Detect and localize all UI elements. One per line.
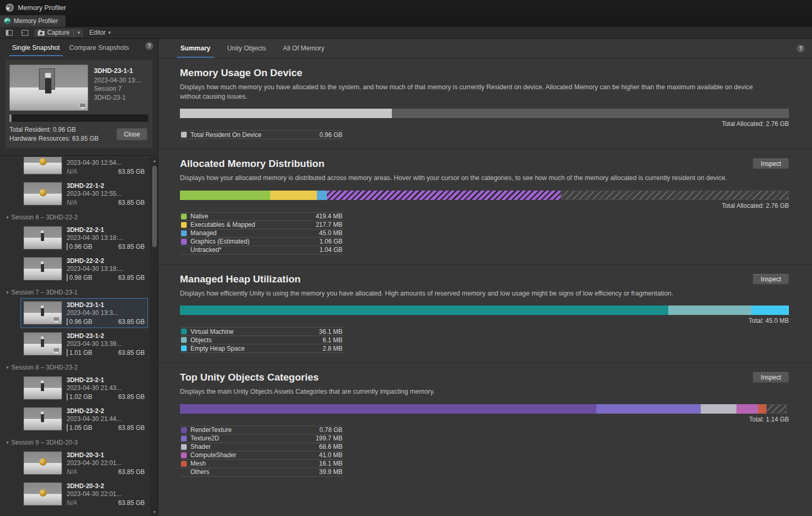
toolbar: Capture ▾ Editor ▾ xyxy=(0,27,812,39)
bar-segment-texture2d[interactable] xyxy=(596,404,701,414)
snapshots-sidebar: Single Snapshot Compare Snapshots ? 3DHD… xyxy=(0,39,158,516)
legend-label: Managed xyxy=(190,229,315,237)
memory-usage-legend: Total Resident On Device 0.96 GB xyxy=(180,130,344,139)
session-header-label: Session 7 – 3DHD-23-1 xyxy=(12,289,78,296)
bar-segment-graphics[interactable] xyxy=(327,191,561,200)
legend-value: 16.1 MB xyxy=(319,460,343,467)
snapshot-item[interactable]: 3DHD-22-2-1 2023-04-30 13:18:... 0.96 GB… xyxy=(20,223,148,253)
snapshot-item[interactable]: 3DHD-20-3-2 2023-04-30 22:01... N/A 63.8… xyxy=(20,479,148,509)
snapshot-date: 2023-04-30 13:3... xyxy=(67,309,145,317)
total-allocated-label: Total Allocated: 2.76 GB xyxy=(180,202,789,209)
collapse-triangle-icon[interactable]: ▾ xyxy=(6,290,9,295)
editor-dropdown[interactable]: Editor ▾ xyxy=(86,28,114,38)
resident-value: N/A xyxy=(67,499,77,507)
legend-swatch xyxy=(181,337,187,343)
hardware-value: 63.85 GB xyxy=(118,274,145,281)
session-header-label: Session 9 – 3DHD-20-3 xyxy=(12,439,78,446)
top-unity-objects-bar[interactable] xyxy=(180,404,789,414)
panel-toggle-button[interactable] xyxy=(2,28,16,38)
inspect-button[interactable]: Inspect xyxy=(753,372,789,383)
bar-segment-shader[interactable] xyxy=(701,404,736,414)
snapshot-name: 3DHD-22-1-2 xyxy=(67,182,145,189)
session-header[interactable]: ▾ Session 9 – 3DHD-20-3 xyxy=(0,435,151,448)
divider xyxy=(73,29,74,36)
total-label: Total: 45.0 MB xyxy=(180,317,789,324)
collapse-triangle-icon[interactable]: ▾ xyxy=(6,440,9,445)
session-header[interactable]: ▾ Session 8 – 3DHD-23-2 xyxy=(0,360,151,373)
snapshot-item[interactable]: 3DHD-23-1-2 2023-04-30 13:39... 1.01 GB … xyxy=(20,329,148,359)
bar-segment-virtual-machine[interactable] xyxy=(180,306,668,315)
snapshot-item[interactable]: 3DHD-22-1-2 2023-04-30 12:55... N/A 63.8… xyxy=(20,179,148,209)
total-resident-label: Total Resident: 0.96 GB xyxy=(9,125,116,134)
legend-value: 1.06 GB xyxy=(319,238,343,245)
help-icon[interactable]: ? xyxy=(797,45,805,52)
session-header[interactable]: ▾ Session 6 – 3DHD-22-2 xyxy=(0,210,151,223)
tab-unity-objects[interactable]: Unity Objects xyxy=(219,39,274,58)
managed-heap-bar[interactable] xyxy=(180,306,789,315)
tab-summary[interactable]: Summary xyxy=(172,39,219,58)
tab-single-snapshot[interactable]: Single Snapshot xyxy=(7,40,65,57)
legend-swatch xyxy=(181,461,187,467)
bar-segment-untracked[interactable] xyxy=(561,191,789,200)
snapshot-item[interactable]: 3DHD-23-2-1 2023-04-30 21:43... 1.02 GB … xyxy=(20,373,148,403)
inspect-button[interactable]: Inspect xyxy=(753,274,789,285)
camera-icon xyxy=(38,31,45,36)
snapshot-thumbnail xyxy=(24,182,62,205)
main-tab-bar: Summary Unity Objects All Of Memory ? xyxy=(158,39,812,58)
close-button[interactable]: Close xyxy=(116,128,147,140)
collapse-triangle-icon[interactable]: ▾ xyxy=(6,215,9,220)
scrollbar-thumb[interactable] xyxy=(152,166,157,247)
hardware-value: 63.85 GB xyxy=(118,168,145,175)
bar-segment-computeshader[interactable] xyxy=(736,404,758,414)
scrollbar[interactable]: ▲ ▼ xyxy=(151,157,158,516)
snapshot-name: 3DHD-23-2-2 xyxy=(67,407,145,415)
tab-all-of-memory[interactable]: All Of Memory xyxy=(274,39,333,58)
section-title: Top Unity Objects Categories xyxy=(180,372,319,383)
session-header[interactable]: ▾ Session 7 – 3DHD-23-1 xyxy=(0,285,151,298)
bar-segment-others[interactable] xyxy=(766,404,787,414)
bar-segment-native[interactable] xyxy=(180,191,270,200)
bar-segment-allocated[interactable] xyxy=(392,109,789,118)
inspect-button[interactable]: Inspect xyxy=(753,159,789,169)
bar-segment-resident[interactable] xyxy=(180,109,392,118)
robot-figure-icon xyxy=(45,78,51,93)
bar-segment-empty-heap[interactable] xyxy=(751,306,789,315)
snapshot-item[interactable]: 3DHD-20-3-1 2023-04-30 22:01... N/A 63.8… xyxy=(20,448,148,478)
snapshot-item[interactable]: 3DHD-23-2-2 2023-04-30 21:44... 1.05 GB … xyxy=(20,404,148,434)
tab-compare-snapshots[interactable]: Compare Snapshots xyxy=(65,40,134,57)
chevron-down-icon: ▾ xyxy=(109,30,111,35)
snapshot-date: 2023-04-30 22:01... xyxy=(67,490,145,498)
robot-figure-icon xyxy=(41,339,44,347)
snapshot-item-selected[interactable]: 3DHD-23-1-1 2023-04-30 13:3... 0.96 GB 6… xyxy=(20,298,148,328)
collapse-triangle-icon[interactable]: ▾ xyxy=(6,365,9,370)
snapshot-date: 2023-04-30 13:... xyxy=(94,76,142,85)
snapshot-item[interactable]: 3DHD-22-2-2 2023-04-30 13:18:... 0.98 GB… xyxy=(20,254,148,284)
legend-swatch xyxy=(181,436,187,441)
help-icon[interactable]: ? xyxy=(145,42,153,50)
total-allocated-label: Total Allocated: 2.76 GB xyxy=(180,120,789,128)
snapshot-item[interactable]: 3DHD-22-1-1 2023-04-30 12:54... N/A 63.8… xyxy=(20,157,148,178)
allocated-memory-bar[interactable] xyxy=(180,191,789,200)
bar-segment-managed[interactable] xyxy=(317,191,327,200)
snapshot-thumbnail xyxy=(24,451,62,475)
legend-label: Executables & Mapped xyxy=(190,221,312,228)
resident-memory-bar xyxy=(9,114,148,122)
capture-label: Capture xyxy=(47,29,70,36)
legend-label: Mesh xyxy=(190,460,315,467)
scroll-up-icon[interactable]: ▲ xyxy=(151,157,158,164)
legend-row: Managed 45.0 MB xyxy=(180,229,344,238)
bar-segment-executables[interactable] xyxy=(270,191,317,200)
bar-segment-objects[interactable] xyxy=(668,306,751,315)
legend-swatch xyxy=(181,329,187,334)
tab-memory-profiler[interactable]: Memory Profiler xyxy=(0,15,66,27)
resident-value: 1.01 GB xyxy=(67,349,92,356)
bar-segment-rendertexture[interactable] xyxy=(180,404,596,414)
memory-usage-bar[interactable] xyxy=(180,109,789,118)
legend-label: Empty Heap Space xyxy=(190,345,319,352)
scroll-down-icon[interactable]: ▼ xyxy=(151,509,158,515)
allocated-memory-legend: Native 419.4 MB Executables & Mapped 217… xyxy=(180,212,344,255)
import-snapshot-button[interactable] xyxy=(18,28,32,38)
bar-segment-mesh[interactable] xyxy=(758,404,766,414)
snapshot-thumbnail xyxy=(24,157,62,175)
capture-button[interactable]: Capture ▾ xyxy=(34,28,84,38)
